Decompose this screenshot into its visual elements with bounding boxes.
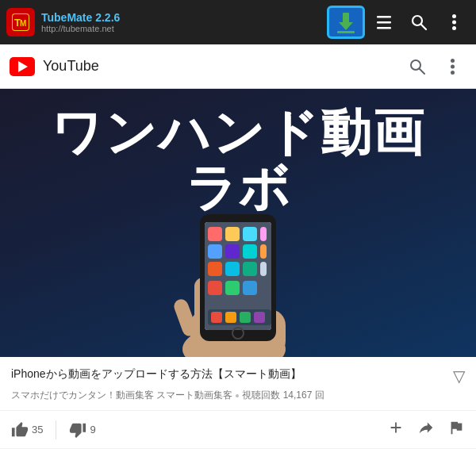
download-button[interactable]	[327, 6, 365, 39]
svg-point-13	[452, 26, 456, 30]
svg-rect-39	[243, 262, 257, 276]
svg-line-15	[420, 68, 425, 74]
add-to-playlist-button[interactable]	[387, 419, 405, 440]
svg-rect-48	[254, 312, 265, 323]
youtube-bar: YouTube	[0, 44, 476, 89]
tubemate-actions	[327, 6, 470, 39]
tubemate-logo-inner: T M	[12, 13, 29, 31]
svg-rect-37	[208, 262, 222, 276]
svg-rect-30	[225, 227, 240, 241]
svg-rect-34	[225, 244, 240, 259]
like-button[interactable]: 35	[11, 421, 43, 439]
svg-point-11	[452, 14, 456, 18]
report-flag-button[interactable]	[447, 419, 465, 440]
tubemate-title-group: TubeMate 2.2.6 http://tubemate.net	[41, 11, 327, 33]
svg-rect-35	[243, 244, 257, 259]
tubemate-url: http://tubemate.net	[41, 24, 327, 33]
svg-point-12	[452, 21, 456, 25]
dislike-count: 9	[90, 424, 95, 436]
like-group: 35 9	[11, 420, 96, 439]
dislike-button[interactable]: 9	[69, 421, 95, 439]
tubemate-search-icon[interactable]	[403, 6, 435, 38]
svg-rect-42	[225, 281, 240, 295]
svg-rect-8	[377, 27, 391, 29]
svg-rect-41	[208, 281, 222, 295]
svg-point-16	[451, 59, 455, 63]
video-info: iPhoneから動画をアップロードする方法【スマート動画】 ▽ スマホだけでカン…	[0, 357, 476, 410]
svg-rect-7	[377, 21, 391, 24]
video-title-row: iPhoneから動画をアップロードする方法【スマート動画】 ▽	[11, 366, 465, 386]
svg-rect-46	[225, 312, 236, 323]
video-container[interactable]: ワンハンド動画 ラボ	[0, 89, 476, 357]
svg-rect-33	[208, 244, 222, 259]
svg-rect-45	[211, 312, 222, 323]
video-meta: スマホだけでカンタン！動画集客 スマート動画集客 視聴回数 14,167 回	[11, 389, 465, 402]
action-bar: 35 9	[0, 410, 476, 448]
youtube-logo	[10, 57, 35, 76]
expand-icon[interactable]: ▽	[453, 366, 465, 386]
svg-rect-6	[377, 16, 391, 18]
youtube-more-icon[interactable]	[438, 52, 466, 81]
tubemate-app-title: TubeMate 2.2.6	[41, 11, 327, 24]
svg-rect-38	[225, 262, 240, 276]
view-count: 視聴回数 14,167 回	[242, 389, 324, 402]
svg-rect-47	[240, 312, 251, 323]
phone-illustration	[167, 198, 309, 357]
svg-marker-4	[339, 22, 353, 30]
tubemate-logo: T M	[6, 8, 35, 36]
svg-line-10	[421, 25, 427, 30]
tubemate-menu-icon[interactable]	[368, 6, 400, 38]
video-text-line1: ワンハンド動画	[51, 105, 425, 160]
share-button[interactable]	[417, 419, 435, 440]
youtube-title: YouTube	[43, 58, 403, 75]
svg-rect-5	[337, 31, 355, 33]
svg-rect-3	[343, 13, 349, 24]
svg-rect-36	[260, 244, 267, 259]
video-title: iPhoneから動画をアップロードする方法【スマート動画】	[11, 366, 447, 382]
svg-point-17	[451, 64, 455, 68]
svg-point-18	[451, 71, 455, 75]
youtube-actions	[403, 52, 466, 81]
svg-rect-40	[260, 262, 267, 276]
svg-rect-43	[243, 281, 257, 295]
svg-rect-29	[208, 227, 222, 241]
right-actions	[387, 419, 465, 440]
youtube-play-icon	[18, 61, 28, 72]
svg-text:M: M	[20, 19, 26, 28]
like-count: 35	[32, 424, 43, 436]
tubemate-more-icon[interactable]	[438, 6, 470, 38]
action-divider	[56, 420, 56, 439]
svg-rect-32	[260, 227, 267, 241]
meta-separator	[236, 394, 239, 397]
tubemate-bar: T M TubeMate 2.2.6 http://tubemate.net	[0, 0, 476, 44]
channel-name: スマホだけでカンタン！動画集客 スマート動画集客	[11, 389, 232, 402]
youtube-search-icon[interactable]	[403, 52, 432, 81]
svg-rect-31	[243, 227, 257, 241]
